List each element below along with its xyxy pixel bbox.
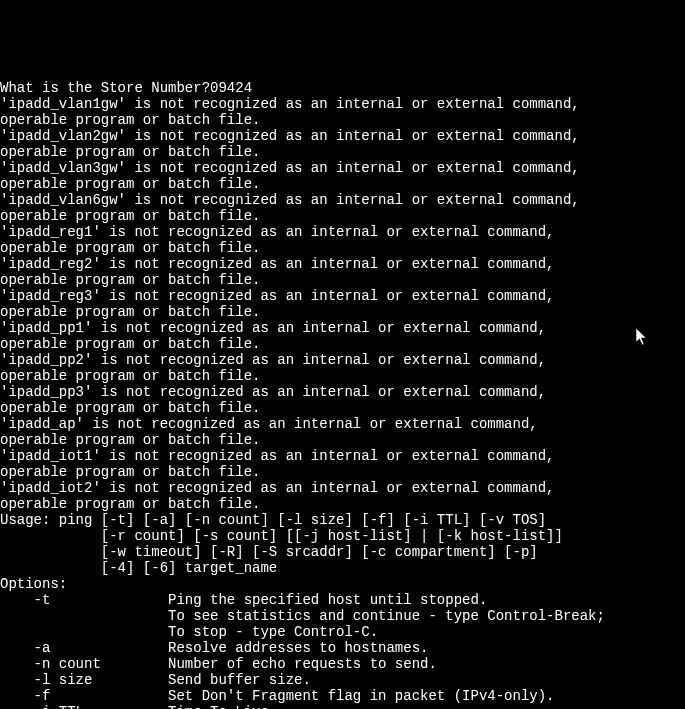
error-line: 'ipadd_vlan3gw' is not recognized as an … xyxy=(0,160,685,176)
error-line: 'ipadd_reg3' is not recognized as an int… xyxy=(0,288,685,304)
error-line: operable program or batch file. xyxy=(0,144,685,160)
ping-option: -n count Number of echo requests to send… xyxy=(0,656,685,672)
error-line: 'ipadd_pp3' is not recognized as an inte… xyxy=(0,384,685,400)
error-line: operable program or batch file. xyxy=(0,464,685,480)
error-line: operable program or batch file. xyxy=(0,240,685,256)
ping-usage: [-r count] [-s count] [[-j host-list] | … xyxy=(0,528,685,544)
error-line: operable program or batch file. xyxy=(0,112,685,128)
ping-option: To see statistics and continue - type Co… xyxy=(0,608,685,624)
error-line: 'ipadd_iot1' is not recognized as an int… xyxy=(0,448,685,464)
ping-option: -i TTL Time To Live. xyxy=(0,704,685,709)
error-line: 'ipadd_pp1' is not recognized as an inte… xyxy=(0,320,685,336)
error-line: operable program or batch file. xyxy=(0,272,685,288)
ping-option: -t Ping the specified host until stopped… xyxy=(0,592,685,608)
store-number-input[interactable]: 09424 xyxy=(210,80,252,96)
ping-usage: Usage: ping [-t] [-a] [-n count] [-l siz… xyxy=(0,512,685,528)
error-line: 'ipadd_reg2' is not recognized as an int… xyxy=(0,256,685,272)
ping-usage: [-w timeout] [-R] [-S srcaddr] [-c compa… xyxy=(0,544,685,560)
error-line: 'ipadd_iot2' is not recognized as an int… xyxy=(0,480,685,496)
error-line: operable program or batch file. xyxy=(0,304,685,320)
ping-option: To stop - type Control-C. xyxy=(0,624,685,640)
ping-option: -l size Send buffer size. xyxy=(0,672,685,688)
error-line: operable program or batch file. xyxy=(0,176,685,192)
error-line: operable program or batch file. xyxy=(0,496,685,512)
error-line: operable program or batch file. xyxy=(0,432,685,448)
error-line: operable program or batch file. xyxy=(0,368,685,384)
error-line: 'ipadd_vlan1gw' is not recognized as an … xyxy=(0,96,685,112)
ping-usage: [-4] [-6] target_name xyxy=(0,560,685,576)
error-line: operable program or batch file. xyxy=(0,336,685,352)
store-number-prompt: What is the Store Number?09424 xyxy=(0,80,685,96)
error-line: 'ipadd_vlan2gw' is not recognized as an … xyxy=(0,128,685,144)
store-number-question: What is the Store Number? xyxy=(0,80,210,96)
error-line: operable program or batch file. xyxy=(0,208,685,224)
error-line: 'ipadd_reg1' is not recognized as an int… xyxy=(0,224,685,240)
options-header: Options: xyxy=(0,576,685,592)
error-line: 'ipadd_pp2' is not recognized as an inte… xyxy=(0,352,685,368)
ping-option: -a Resolve addresses to hostnames. xyxy=(0,640,685,656)
error-line: 'ipadd_vlan6gw' is not recognized as an … xyxy=(0,192,685,208)
error-line: 'ipadd_ap' is not recognized as an inter… xyxy=(0,416,685,432)
ping-option: -f Set Don't Fragment flag in packet (IP… xyxy=(0,688,685,704)
terminal-output[interactable]: What is the Store Number?09424'ipadd_vla… xyxy=(0,80,685,709)
error-line: operable program or batch file. xyxy=(0,400,685,416)
